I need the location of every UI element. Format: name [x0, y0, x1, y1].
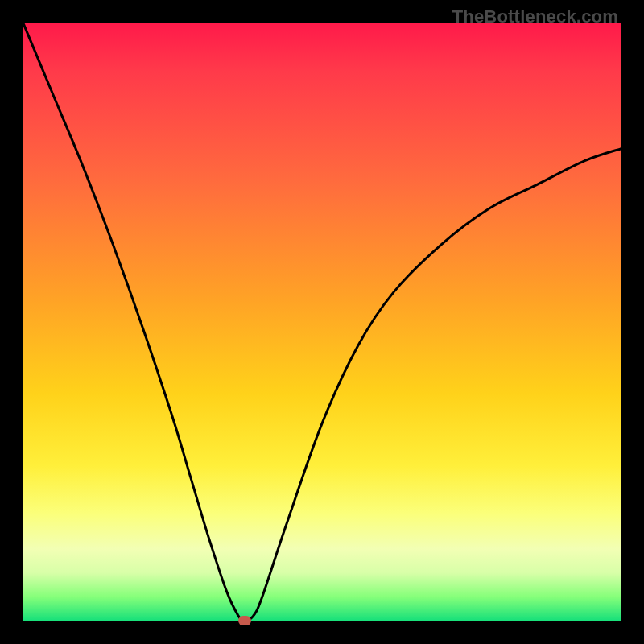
curve-svg — [23, 23, 621, 621]
plot-area — [23, 23, 621, 621]
bottleneck-curve — [23, 23, 621, 621]
chart-frame: TheBottleneck.com — [0, 0, 644, 644]
optimal-marker — [238, 616, 251, 625]
